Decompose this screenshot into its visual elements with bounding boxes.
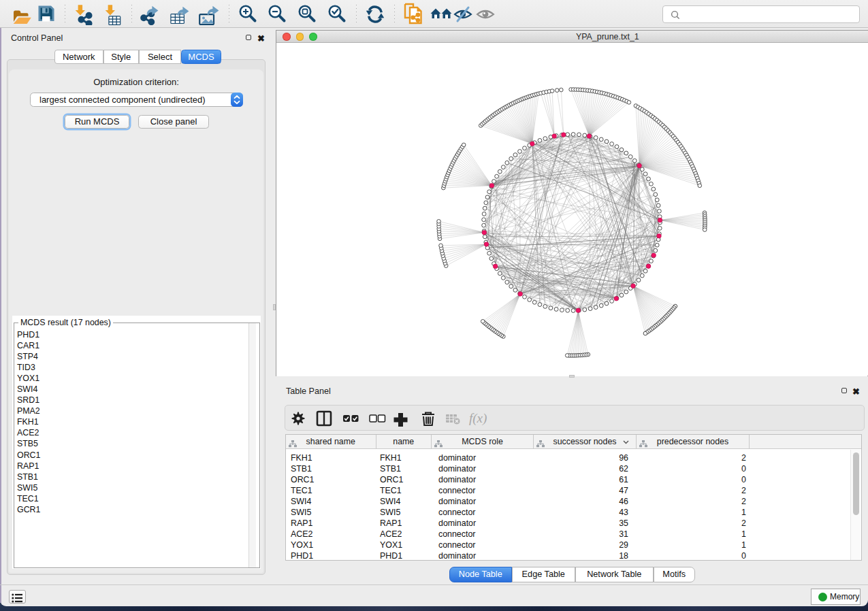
svg-text:f(x): f(x) <box>469 411 487 426</box>
